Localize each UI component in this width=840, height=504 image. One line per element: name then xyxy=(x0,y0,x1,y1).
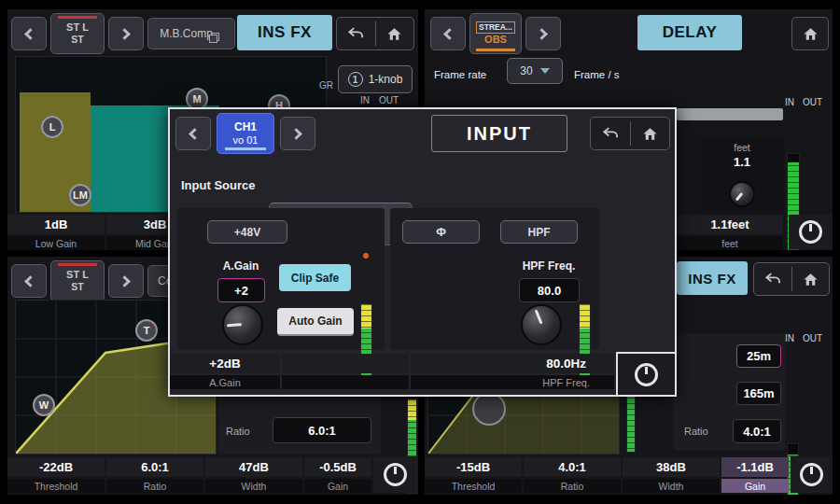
param-cell-width[interactable]: 47dB Width xyxy=(205,457,302,493)
dropdown-caret-icon xyxy=(540,68,550,74)
forward-button[interactable] xyxy=(108,17,144,50)
band-handle-low[interactable]: L xyxy=(41,116,63,138)
param-cell-width[interactable]: 38dB Width xyxy=(623,457,720,493)
attack-value-box[interactable]: 25m xyxy=(736,344,781,368)
delay-unit-label: feet xyxy=(701,142,783,153)
param-cell-threshold[interactable]: -22dB Threshold xyxy=(7,457,105,493)
param-label: HPF Freq. xyxy=(411,375,614,389)
nav-icon-group xyxy=(336,17,414,50)
home-icon xyxy=(385,25,403,43)
hpf-freq-value-box[interactable]: 80.0 xyxy=(519,278,580,302)
scene-knob-box[interactable] xyxy=(373,456,416,493)
frame-unit-label: Frame / s xyxy=(574,69,620,80)
home-button[interactable] xyxy=(631,118,670,149)
param-cell-ratio[interactable]: 6.0:1 Ratio xyxy=(106,457,203,493)
phantom-48v-button[interactable]: +48V xyxy=(207,220,287,244)
channel-select-button[interactable]: CH1 vo 01 xyxy=(217,113,274,154)
delay-slider-track[interactable] xyxy=(677,108,783,120)
clock-knob-icon xyxy=(799,220,822,244)
width-handle[interactable]: W xyxy=(33,394,55,416)
back-button[interactable] xyxy=(430,17,466,50)
param-strip: -22dB Threshold 6.0:1 Ratio 47dB Width -… xyxy=(7,457,371,493)
scene-knob-box[interactable] xyxy=(791,456,833,493)
release-value-box[interactable]: 165m xyxy=(736,382,781,405)
undo-button[interactable] xyxy=(337,18,375,49)
forward-button[interactable] xyxy=(108,264,144,298)
ratio-value-box[interactable]: 4.0:1 xyxy=(733,419,781,443)
chevron-right-icon xyxy=(119,275,131,287)
channel-select-button[interactable]: ST L ST xyxy=(50,260,105,301)
undo-button[interactable] xyxy=(591,118,630,149)
comp-params-section: 25m 165m Ratio 4.0:1 xyxy=(673,333,785,451)
channel-name: CH1 xyxy=(234,120,257,133)
again-value-box[interactable]: +2 xyxy=(217,278,265,302)
clock-knob-icon xyxy=(800,463,823,486)
hpf-freq-label: HPF Freq. xyxy=(502,259,595,273)
param-strip: -15dB Threshold 4.0:1 Ratio 38dB Width -… xyxy=(425,457,789,493)
forward-button[interactable] xyxy=(525,17,561,50)
hpf-button[interactable]: HPF xyxy=(500,220,578,244)
clip-safe-button[interactable]: Clip Safe xyxy=(279,264,351,291)
meter-labels: IN OUT xyxy=(785,333,822,343)
undo-button[interactable] xyxy=(754,263,791,295)
peak-indicator xyxy=(363,253,369,259)
param-label: Gain xyxy=(304,479,371,493)
input-source-label: Input Source xyxy=(181,178,255,192)
scene-knob-box[interactable] xyxy=(616,352,675,395)
frame-rate-dropdown[interactable]: 30 xyxy=(507,58,563,84)
ratio-value-box[interactable]: 6.0:1 xyxy=(273,417,371,443)
param-cell-delay[interactable]: 1.1feet feet xyxy=(677,215,783,250)
param-value: 38dB xyxy=(623,457,720,477)
delay-knob[interactable] xyxy=(729,181,755,207)
param-cell-hpf[interactable]: 80.0Hz HPF Freq. xyxy=(411,354,614,389)
one-knob-button[interactable]: 1 1-knob xyxy=(338,65,413,93)
home-icon xyxy=(641,125,659,143)
phase-button[interactable]: Φ xyxy=(402,220,480,244)
param-cell-empty[interactable] xyxy=(282,354,409,389)
screen-title: INS FX xyxy=(677,261,748,295)
scene-knob-box[interactable] xyxy=(789,215,833,249)
param-cell-gain[interactable]: -0.5dB Gain xyxy=(304,457,371,493)
hpf-freq-knob[interactable] xyxy=(521,304,562,345)
param-value: 47dB xyxy=(205,457,302,477)
back-button[interactable] xyxy=(175,117,211,150)
preset-button[interactable]: M.B.Comp xyxy=(147,18,235,49)
meter-in-label: IN xyxy=(785,97,794,107)
home-button[interactable] xyxy=(792,263,830,295)
back-button[interactable] xyxy=(11,264,47,298)
auto-gain-button[interactable]: Auto Gain xyxy=(277,308,354,336)
nav-icon-group xyxy=(753,262,830,296)
gr-label: GR xyxy=(319,80,333,91)
threshold-handle[interactable]: T xyxy=(135,319,158,342)
param-cell-lowgain[interactable]: 1dB Low Gain xyxy=(7,215,105,250)
clock-knob-icon xyxy=(384,463,407,486)
meter-out-label: OUT xyxy=(803,333,822,343)
chevron-left-icon xyxy=(24,28,36,40)
param-cell-gain-selected[interactable]: -1.1dB Gain xyxy=(721,457,789,493)
channel-select-button[interactable]: STREA... OBS xyxy=(469,13,522,54)
forward-button[interactable] xyxy=(280,117,315,150)
param-value: -15dB xyxy=(425,457,522,477)
again-knob[interactable] xyxy=(222,304,263,345)
channel-color-bar xyxy=(58,263,97,266)
param-cell-threshold[interactable]: -15dB Threshold xyxy=(425,457,522,493)
band-handle-lowmid[interactable]: LM xyxy=(69,184,91,206)
param-label: Width xyxy=(623,479,720,493)
param-label: feet xyxy=(677,236,783,250)
curve-knob[interactable] xyxy=(472,392,506,426)
back-button[interactable] xyxy=(11,17,47,50)
param-value: 1dB xyxy=(7,215,105,234)
analog-gain-section: +48V A.Gain +2 Clip Safe Auto Gain xyxy=(177,208,385,350)
param-label: Gain xyxy=(721,479,789,493)
channel-select-button[interactable]: ST L ST xyxy=(50,13,105,54)
param-cell-again[interactable]: +2dB A.Gain xyxy=(170,354,280,389)
chevron-left-icon xyxy=(189,128,201,140)
param-value: 4.0:1 xyxy=(524,457,621,477)
home-button[interactable] xyxy=(376,18,414,49)
param-label: A.Gain xyxy=(170,375,280,389)
param-value: 80.0Hz xyxy=(411,354,614,373)
param-label: Threshold xyxy=(7,479,105,493)
meter-in-label: IN xyxy=(785,333,794,343)
param-cell-ratio[interactable]: 4.0:1 Ratio xyxy=(524,457,621,493)
home-button[interactable] xyxy=(792,18,828,49)
